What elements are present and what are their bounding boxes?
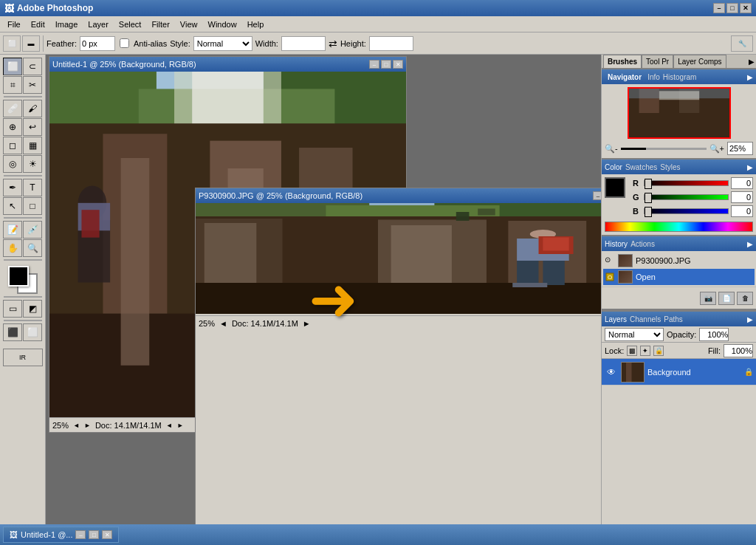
clone-tool[interactable]: ⊕ bbox=[3, 118, 22, 136]
maximize-button[interactable]: □ bbox=[726, 3, 738, 13]
lock-position[interactable]: ✦ bbox=[640, 346, 650, 356]
marquee-rect-button[interactable]: ⬜ bbox=[3, 35, 21, 52]
nav-zoom-input[interactable] bbox=[727, 142, 753, 155]
width-input[interactable] bbox=[281, 36, 326, 51]
green-value[interactable] bbox=[731, 191, 753, 203]
taskbar-restore[interactable]: □ bbox=[89, 530, 99, 539]
type-tool[interactable]: T bbox=[23, 179, 42, 196]
current-color-swatch[interactable] bbox=[605, 177, 625, 198]
menu-window[interactable]: Window bbox=[204, 18, 241, 30]
nav-thumbnail[interactable] bbox=[628, 87, 731, 139]
blend-mode-select[interactable]: Normal Multiply Screen bbox=[605, 328, 664, 341]
eyedropper-tool[interactable]: 💉 bbox=[23, 221, 42, 239]
history-tab[interactable]: History bbox=[605, 240, 628, 248]
win-restore-button[interactable]: □ bbox=[381, 60, 391, 69]
status-arrow-left[interactable]: ◄ bbox=[73, 422, 80, 429]
foreground-color-box[interactable] bbox=[8, 266, 29, 287]
tab-layer-comps[interactable]: Layer Comps bbox=[673, 55, 726, 68]
layer-row-background[interactable]: 👁 Background 🔒 bbox=[602, 359, 756, 385]
status-arrow-right[interactable]: ► bbox=[84, 422, 91, 429]
nav-zoom-in[interactable]: 🔍+ bbox=[709, 144, 724, 154]
status-nav-left[interactable]: ◄ bbox=[166, 422, 173, 429]
menu-view[interactable]: View bbox=[176, 18, 202, 30]
color-selector[interactable] bbox=[8, 266, 38, 294]
taskbar-item-untitled[interactable]: 🖼 Untitled-1 @... – □ ✕ bbox=[3, 527, 119, 543]
dodge-tool[interactable]: ☀ bbox=[23, 155, 42, 173]
taskbar-minimize[interactable]: – bbox=[75, 530, 86, 539]
extra-tool-1[interactable]: 🔧 bbox=[731, 35, 753, 52]
healing-tool[interactable]: 🩹 bbox=[3, 100, 22, 117]
nav-zoom-out[interactable]: 🔍- bbox=[605, 144, 618, 154]
nav-zoom-slider[interactable] bbox=[621, 148, 707, 150]
minimize-button[interactable]: – bbox=[713, 3, 725, 13]
crop-tool[interactable]: ⌗ bbox=[3, 76, 22, 94]
menu-help[interactable]: Help bbox=[243, 18, 269, 30]
menu-image[interactable]: Image bbox=[51, 18, 83, 30]
history-item-2[interactable]: O Open bbox=[603, 269, 755, 285]
history-new-snapshot[interactable]: 📷 bbox=[700, 292, 716, 305]
screen-mode-full[interactable]: ⬜ bbox=[23, 323, 42, 341]
menu-edit[interactable]: Edit bbox=[27, 18, 49, 30]
green-slider[interactable] bbox=[644, 194, 729, 200]
menu-file[interactable]: File bbox=[3, 18, 25, 30]
fill-input[interactable] bbox=[724, 344, 753, 357]
right-win-minimize[interactable]: – bbox=[593, 191, 601, 200]
path-select-tool[interactable]: ↖ bbox=[3, 197, 22, 215]
menu-select[interactable]: Select bbox=[114, 18, 146, 30]
channels-tab[interactable]: Channels bbox=[630, 315, 661, 323]
height-input[interactable] bbox=[369, 36, 413, 51]
quick-mask-on[interactable]: ◩ bbox=[23, 300, 42, 318]
lock-pixels[interactable]: ▩ bbox=[627, 346, 637, 356]
blur-tool[interactable]: ◎ bbox=[3, 155, 22, 173]
color-expand[interactable]: ▶ bbox=[747, 163, 753, 171]
marquee-tool[interactable]: ⬜ bbox=[3, 58, 22, 75]
anti-alias-checkbox[interactable] bbox=[120, 38, 129, 48]
history-brush-tool[interactable]: ↩ bbox=[23, 118, 42, 136]
notes-tool[interactable]: 📝 bbox=[3, 221, 22, 239]
style-select[interactable]: Normal Fixed Aspect Ratio Fixed Size bbox=[193, 36, 252, 51]
win-minimize-button[interactable]: – bbox=[369, 60, 379, 69]
right-status-nav[interactable]: ◄ bbox=[219, 319, 227, 328]
layers-expand[interactable]: ▶ bbox=[747, 315, 753, 323]
quick-mask-off[interactable]: ▭ bbox=[3, 300, 22, 318]
close-button[interactable]: ✕ bbox=[740, 3, 752, 13]
hand-tool[interactable]: ✋ bbox=[3, 239, 22, 257]
layer-visibility-icon[interactable]: 👁 bbox=[605, 366, 618, 379]
marquee-row-button[interactable]: ▬ bbox=[22, 35, 40, 52]
red-value[interactable] bbox=[731, 177, 753, 189]
menu-layer[interactable]: Layer bbox=[83, 18, 113, 30]
lasso-tool[interactable]: ⊂ bbox=[23, 58, 42, 75]
info-tab[interactable]: Info bbox=[647, 73, 660, 81]
zoom-tool[interactable]: 🔍 bbox=[23, 239, 42, 257]
navigator-tab[interactable]: Navigator bbox=[605, 73, 645, 81]
blue-slider[interactable] bbox=[644, 208, 729, 214]
layers-tab[interactable]: Layers bbox=[605, 315, 627, 323]
red-slider[interactable] bbox=[644, 180, 729, 186]
swatches-tab[interactable]: Swatches bbox=[625, 163, 657, 171]
tab-tool-presets[interactable]: Tool Pr bbox=[642, 55, 673, 68]
history-item-1[interactable]: ⊙ P9300900.JPG bbox=[603, 253, 755, 269]
tab-brushes[interactable]: Brushes bbox=[603, 55, 642, 68]
history-expand[interactable]: ▶ bbox=[747, 240, 753, 248]
color-spectrum[interactable] bbox=[605, 222, 753, 232]
eraser-tool[interactable]: ◻ bbox=[3, 137, 22, 154]
slice-tool[interactable]: ✂ bbox=[23, 76, 42, 94]
pen-tool[interactable]: ✒ bbox=[3, 179, 22, 196]
lock-all[interactable]: 🔒 bbox=[653, 346, 664, 356]
color-tab[interactable]: Color bbox=[605, 163, 622, 171]
gradient-tool[interactable]: ▦ bbox=[23, 137, 42, 154]
history-delete[interactable]: 🗑 bbox=[737, 292, 753, 305]
panel-options-arrow[interactable]: ▶ bbox=[749, 58, 755, 66]
navigator-expand[interactable]: ▶ bbox=[747, 73, 753, 81]
shape-tool[interactable]: □ bbox=[23, 197, 42, 215]
blue-value[interactable] bbox=[731, 205, 753, 217]
menu-filter[interactable]: Filter bbox=[147, 18, 173, 30]
swap-icon[interactable]: ⇄ bbox=[329, 38, 337, 49]
win-close-button[interactable]: ✕ bbox=[393, 60, 403, 69]
opacity-input[interactable] bbox=[699, 328, 729, 341]
jump-to-imageready[interactable]: IR bbox=[3, 349, 43, 366]
history-new-doc[interactable]: 📄 bbox=[718, 292, 735, 305]
styles-tab[interactable]: Styles bbox=[660, 163, 680, 171]
brush-tool[interactable]: 🖌 bbox=[23, 100, 42, 117]
feather-input[interactable] bbox=[80, 36, 115, 51]
